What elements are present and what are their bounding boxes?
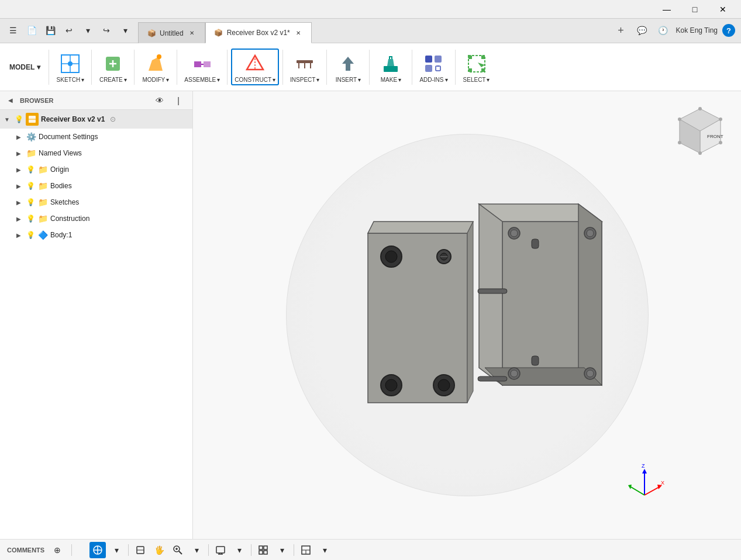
toolbar-addins[interactable]: ADD-INS▾ (416, 49, 451, 85)
maximize-button[interactable]: □ (681, 0, 708, 19)
toolbar-inspect[interactable]: INSPECT▾ (287, 49, 323, 85)
layout-btn[interactable] (298, 542, 314, 558)
close-button[interactable]: ✕ (709, 0, 736, 19)
doc-settings-arrow: ▶ (14, 132, 23, 141)
minimize-button[interactable]: — (653, 0, 680, 19)
grid-dropdown[interactable]: ▾ (274, 542, 290, 558)
sketches-eye[interactable]: 💡 (26, 198, 35, 207)
save-button[interactable]: 💾 (42, 22, 58, 39)
origin-eye[interactable]: 💡 (26, 165, 35, 174)
tree-construction[interactable]: ▶ 💡 📁 Construction (0, 210, 192, 227)
modify-icon (143, 51, 168, 77)
toolbar-create[interactable]: CREATE▾ (95, 49, 130, 85)
bodies-eye[interactable]: 💡 (26, 181, 35, 191)
tree-root-item[interactable]: ▼ 💡 Receiver Box v2 v1 ⊙ (0, 110, 192, 129)
select-dropdown[interactable]: ▾ (108, 542, 125, 558)
display-btn[interactable] (212, 542, 229, 558)
tree-named-views[interactable]: ▶ 📁 Named Views (0, 145, 192, 161)
body1-label: Body:1 (50, 231, 72, 239)
toolbar-modify[interactable]: MODIFY▾ (138, 49, 173, 85)
status-tools: ▾ 🖐 ▾ ▾ (89, 542, 333, 558)
history-button[interactable]: 🕐 (655, 22, 671, 39)
svg-rect-20 (435, 56, 442, 63)
tree-body1[interactable]: ▶ 💡 🔷 Body:1 (0, 227, 192, 243)
display-dropdown[interactable]: ▾ (231, 542, 247, 558)
tab-untitled-label: Untitled (160, 29, 184, 37)
toolbar-select[interactable]: SELECT▾ (459, 49, 494, 85)
help-button[interactable]: ? (722, 24, 735, 37)
tab-receiver-label: Receiver Box v2 v1* (227, 29, 290, 37)
tree-sketches[interactable]: ▶ 💡 📁 Sketches (0, 194, 192, 210)
svg-rect-94 (259, 551, 263, 554)
status-divider-3 (251, 544, 251, 556)
body1-arrow: ▶ (14, 230, 23, 240)
redo-arrow[interactable]: ▾ (117, 22, 133, 39)
user-name-label[interactable]: Kok Eng Ting (676, 26, 718, 34)
named-views-arrow: ▶ (14, 148, 23, 158)
construction-eye[interactable]: 💡 (26, 214, 35, 223)
add-comment-btn[interactable]: ⊕ (49, 542, 66, 558)
fit-to-screen-btn[interactable] (132, 542, 149, 558)
grid-btn[interactable] (255, 542, 271, 558)
browser-pin-btn[interactable]: | (170, 92, 187, 109)
tree-bodies[interactable]: ▶ 💡 📁 Bodies (0, 178, 192, 194)
toolbar-construct[interactable]: CONSTRUCT▾ (231, 49, 279, 85)
viewport[interactable]: FRONT Z X (193, 91, 741, 539)
assemble-icon (189, 51, 215, 77)
redo-button[interactable]: ↪ (98, 22, 115, 39)
insert-icon (335, 51, 361, 77)
app-menu-button[interactable]: ☰ (5, 22, 21, 39)
addins-label: ADD-INS▾ (419, 77, 447, 83)
tab-untitled[interactable]: 📦 Untitled ✕ (138, 22, 205, 43)
create-icon (100, 51, 126, 77)
cube-nav[interactable]: FRONT (671, 103, 729, 161)
zoom-dropdown[interactable]: ▾ (188, 542, 205, 558)
pan-btn[interactable]: 🖐 (151, 542, 167, 558)
svg-point-41 (511, 370, 518, 377)
layout-dropdown[interactable]: ▾ (316, 542, 333, 558)
browser-collapse[interactable]: ◀ (6, 96, 15, 105)
svg-point-3 (68, 61, 73, 66)
root-eye[interactable]: 💡 (14, 115, 23, 124)
modify-label: MODIFY▾ (142, 77, 169, 83)
tab-receiver-box[interactable]: 📦 Receiver Box v2 v1* ✕ (205, 22, 312, 43)
construct-icon (242, 51, 268, 77)
svg-point-70 (678, 117, 681, 121)
origin-label: Origin (50, 165, 69, 174)
root-pin[interactable]: ⊙ (107, 113, 119, 125)
zoom-btn[interactable] (170, 542, 186, 558)
tree-origin[interactable]: ▶ 💡 📁 Origin (0, 161, 192, 178)
tree-doc-settings[interactable]: ▶ ⚙️ Document Settings (0, 129, 192, 145)
browser-header: ◀ BROWSER 👁 | (0, 91, 192, 110)
toolbar-divider-3 (177, 50, 177, 85)
new-design-button[interactable]: 📄 (23, 22, 40, 39)
svg-line-74 (645, 486, 660, 495)
model-label: MODEL (9, 63, 35, 71)
svg-rect-9 (204, 61, 211, 67)
svg-rect-27 (468, 68, 472, 72)
toolbar-sketch[interactable]: SKETCH▾ (53, 49, 88, 85)
body1-eye[interactable]: 💡 (26, 230, 35, 240)
tabbar: ☰ 📄 💾 ↩ ▾ ↪ ▾ 📦 Untitled ✕ 📦 Receiver Bo… (0, 19, 741, 43)
svg-marker-49 (368, 222, 473, 233)
undo-button[interactable]: ↩ (61, 22, 77, 39)
toolbar-make[interactable]: MAKE▾ (373, 49, 408, 85)
svg-rect-28 (468, 56, 472, 59)
tab-untitled-close[interactable]: ✕ (187, 29, 197, 38)
tab-receiver-close[interactable]: ✕ (294, 28, 303, 37)
doc-settings-icon: ⚙️ (26, 132, 36, 142)
comments-button[interactable]: 💬 (634, 22, 650, 39)
toolbar-assemble[interactable]: ASSEMBLE▾ (181, 49, 223, 85)
undo-arrow[interactable]: ▾ (80, 22, 96, 39)
toolbar-insert[interactable]: INSERT▾ (330, 49, 366, 85)
new-tab-button[interactable]: + (613, 22, 629, 39)
model-dropdown[interactable]: MODEL ▾ (5, 61, 45, 74)
svg-point-67 (719, 141, 722, 144)
svg-rect-21 (425, 65, 432, 72)
tab-receiver-icon: 📦 (214, 28, 223, 37)
select-mode-btn[interactable] (89, 542, 106, 558)
svg-point-66 (719, 117, 722, 121)
axes-indicator: Z X (624, 463, 665, 504)
browser-eye-btn[interactable]: 👁 (151, 92, 168, 109)
construction-icon: 📁 (37, 213, 48, 224)
